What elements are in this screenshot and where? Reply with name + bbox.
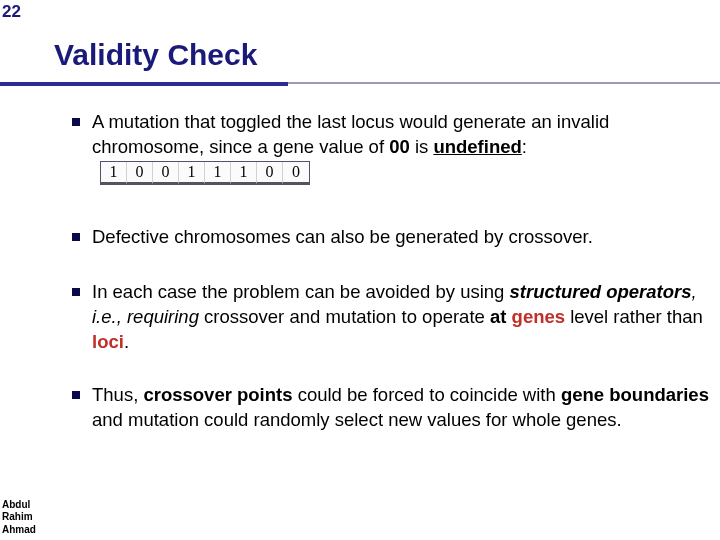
author-line: Abdul bbox=[2, 499, 36, 512]
author-line: Ahmad bbox=[2, 524, 36, 537]
text: could be forced to coincide with bbox=[293, 384, 561, 405]
text: at bbox=[490, 306, 512, 327]
bit-cell: 0 bbox=[257, 162, 283, 184]
author-line: Rahim bbox=[2, 511, 36, 524]
text: is bbox=[410, 136, 434, 157]
slide-number: 22 bbox=[2, 2, 21, 22]
bit-cell: 1 bbox=[231, 162, 257, 184]
genes-word: genes bbox=[512, 306, 565, 327]
bit-cell: 0 bbox=[153, 162, 179, 184]
title-underline-blue bbox=[0, 82, 288, 86]
bullet-marker-icon bbox=[72, 118, 80, 126]
chromosome-bits: 1 0 0 1 1 1 0 0 bbox=[100, 161, 310, 185]
bullet-3-text: In each case the problem can be avoided … bbox=[92, 280, 712, 355]
undefined-word: undefined bbox=[433, 136, 521, 157]
bullet-4: Thus, crossover points could be forced t… bbox=[72, 383, 712, 433]
text: : bbox=[522, 136, 527, 157]
text: crossover and mutation to operate bbox=[199, 306, 490, 327]
gene-boundaries: gene boundaries bbox=[561, 384, 709, 405]
bit-cell: 1 bbox=[179, 162, 205, 184]
title-bar: Validity Check bbox=[0, 38, 720, 94]
loci-word: loci bbox=[92, 331, 124, 352]
bit-cell: 0 bbox=[283, 162, 309, 184]
text: and mutation could randomly select new v… bbox=[92, 409, 622, 430]
bullet-1: A mutation that toggled the last locus w… bbox=[72, 110, 712, 185]
text: Thus, bbox=[92, 384, 143, 405]
slide-title: Validity Check bbox=[54, 38, 257, 72]
text: In each case the problem can be avoided … bbox=[92, 281, 510, 302]
text: level rather than bbox=[565, 306, 703, 327]
bullet-marker-icon bbox=[72, 288, 80, 296]
bit-cell: 1 bbox=[101, 162, 127, 184]
bullet-marker-icon bbox=[72, 391, 80, 399]
bullet-2-text: Defective chromosomes can also be genera… bbox=[92, 225, 712, 250]
crossover-points: crossover points bbox=[143, 384, 292, 405]
text: . bbox=[124, 331, 129, 352]
bullet-3: In each case the problem can be avoided … bbox=[72, 280, 712, 355]
author-footer: Abdul Rahim Ahmad bbox=[2, 499, 36, 537]
bullet-2: Defective chromosomes can also be genera… bbox=[72, 225, 712, 250]
bit-cell: 1 bbox=[205, 162, 231, 184]
structured-operators: structured operators bbox=[510, 281, 692, 302]
bullet-4-text: Thus, crossover points could be forced t… bbox=[92, 383, 712, 433]
bullet-1-text: A mutation that toggled the last locus w… bbox=[92, 110, 712, 185]
text: A mutation that toggled the last locus w… bbox=[92, 111, 609, 157]
value-00: 00 bbox=[389, 136, 410, 157]
bit-cell: 0 bbox=[127, 162, 153, 184]
content-area: A mutation that toggled the last locus w… bbox=[72, 100, 712, 433]
bullet-marker-icon bbox=[72, 233, 80, 241]
